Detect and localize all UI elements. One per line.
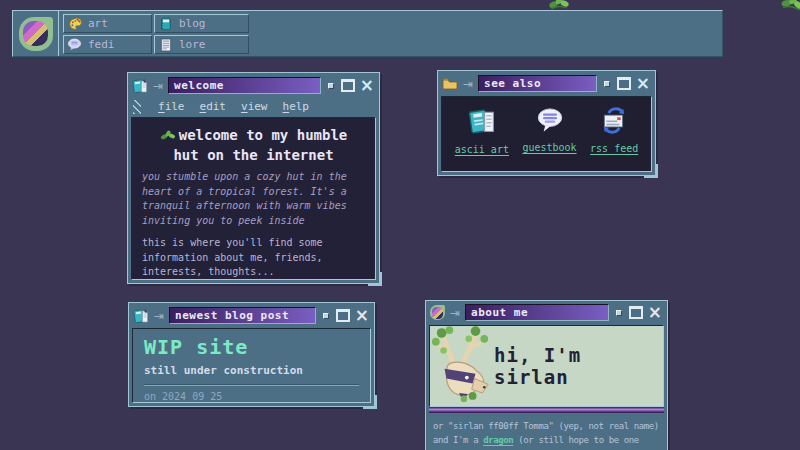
see-also-titlebar[interactable]: ⇥ see also × [438,71,655,95]
welcome-menubar: file edit view help [128,97,379,116]
window-welcome: ⇥ welcome × file edit view help welcome … [127,72,380,284]
maximize-button[interactable] [629,306,643,319]
notepad-icon [133,308,149,324]
nav-label: art [88,17,108,30]
notebook-icon [158,16,173,31]
link-label: guestbook [522,142,576,153]
welcome-content: welcome to my humble hut on the internet… [131,117,376,280]
minimize-button[interactable] [323,313,329,319]
pin-icon[interactable]: ⇥ [154,310,164,322]
menu-file[interactable]: file [158,100,185,113]
blog-post-date: on 2024 09 25 [144,391,359,402]
blog-titlebar[interactable]: ⇥ newest blog post × [129,303,374,327]
window-see-also: ⇥ see also × ascii art guestbook rss fee… [437,70,656,176]
chat-bubble-icon [67,37,82,52]
welcome-heading: welcome to my humble hut on the internet [142,126,365,164]
folder-icon [442,76,458,92]
nav-label: fedi [88,38,115,51]
pin-icon[interactable]: ⇥ [153,80,163,92]
maximize-button[interactable] [617,77,631,90]
speech-bubble-icon [536,107,564,137]
window-title: newest blog post [169,307,316,324]
notepad-icon [132,78,148,94]
dragon-avatar [430,325,492,407]
close-button[interactable]: × [636,77,650,90]
site-logo-icon [430,305,445,320]
about-titlebar[interactable]: ⇥ about me × [426,301,667,324]
link-ascii-art[interactable]: ascii art [455,107,509,155]
pin-icon[interactable]: ⇥ [463,78,473,90]
resize-handle[interactable] [368,272,382,286]
about-heading: hi, I'm sirlan [494,344,663,388]
window-title: welcome [168,77,321,94]
about-text: or "sirlan ff00ff Tomma" (yep, not real … [426,413,667,450]
close-button[interactable]: × [355,309,369,322]
site-logo[interactable] [13,11,59,56]
palette-icon [67,16,82,31]
link-rss-feed[interactable]: rss feed [590,107,638,154]
nav-label: lore [179,38,206,51]
resize-handle[interactable] [363,395,377,409]
top-nav-bar: art blog fedi lore [12,10,723,57]
minimize-button[interactable] [616,310,622,316]
about-line1: or "sirlan ff00ff Tomma" (yep, not real … [433,421,659,431]
window-title: about me [465,304,609,321]
menu-view[interactable]: view [241,100,268,113]
herb-leaf-icon [160,129,176,145]
welcome-intro-text: this is where you'll find some informati… [142,236,365,280]
welcome-story-text: you stumble upon a cozy hut in the heart… [142,170,365,228]
resize-handle[interactable] [644,164,658,178]
nav-button-blog[interactable]: blog [154,14,249,33]
blog-post-title: WIP site [144,335,359,359]
nav-button-lore[interactable]: lore [154,35,249,54]
close-button[interactable]: × [360,79,374,92]
link-label: rss feed [590,143,638,154]
window-about-me: ⇥ about me × [425,300,668,450]
menu-grip-handle[interactable] [133,100,141,114]
nav-button-fedi[interactable]: fedi [63,35,152,54]
menu-edit[interactable]: edit [200,100,227,113]
pin-icon[interactable]: ⇥ [450,307,460,319]
window-newest-blog-post: ⇥ newest blog post × WIP site still unde… [128,302,375,407]
link-guestbook[interactable]: guestbook [522,107,576,153]
link-label: ascii art [455,144,509,155]
close-button[interactable]: × [648,306,662,319]
blog-post-subtitle: still under construction [144,364,359,377]
nav-buttons: art blog fedi lore [63,14,249,56]
leaf-decoration-icon [778,0,800,20]
notepad-icon [468,107,496,139]
welcome-titlebar[interactable]: ⇥ welcome × [128,73,379,97]
blog-post-content: WIP site still under construction on 202… [132,328,371,403]
document-icon [158,37,173,52]
minimize-button[interactable] [328,83,334,89]
about-banner: hi, I'm sirlan [429,325,664,407]
divider [144,384,359,386]
mail-feed-icon [600,107,628,138]
nav-button-art[interactable]: art [63,14,152,33]
see-also-content: ascii art guestbook rss feed [441,96,652,172]
minimize-button[interactable] [604,81,610,87]
site-logo-icon [19,17,53,51]
maximize-button[interactable] [341,79,355,92]
gradient-divider [429,407,664,414]
about-line2-pre: and I'm a [433,435,483,445]
nav-label: blog [179,17,206,30]
dragon-link[interactable]: dragon [483,435,513,445]
menu-help[interactable]: help [283,100,310,113]
window-title: see also [478,75,597,92]
maximize-button[interactable] [336,309,350,322]
